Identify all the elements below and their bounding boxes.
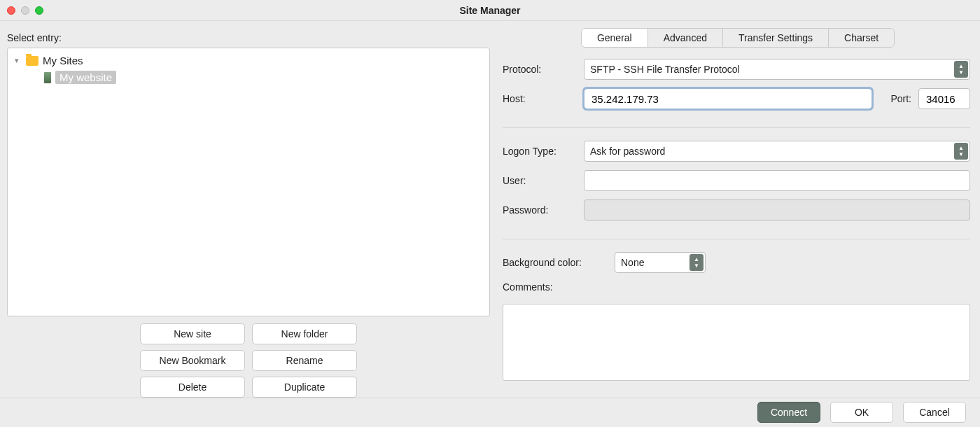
host-label: Host:: [503, 93, 577, 104]
bgcolor-select[interactable]: None ▲▼: [615, 252, 706, 273]
logon-label: Logon Type:: [503, 146, 577, 157]
new-folder-button[interactable]: New folder: [252, 323, 357, 344]
duplicate-button[interactable]: Duplicate: [252, 377, 357, 398]
new-site-button[interactable]: New site: [140, 323, 245, 344]
comments-textarea[interactable]: [503, 304, 970, 381]
tree-root-label: My Sites: [43, 55, 83, 66]
cancel-button[interactable]: Cancel: [903, 402, 966, 423]
updown-icon: ▲▼: [954, 143, 968, 160]
site-actions: New site New folder New Bookmark Rename …: [140, 323, 357, 398]
port-input[interactable]: [918, 88, 970, 109]
password-field: [590, 204, 950, 217]
server-icon: [44, 72, 51, 83]
bgcolor-value: None: [621, 257, 644, 268]
window-title: Site Manager: [0, 5, 980, 16]
chevron-down-icon[interactable]: ▾: [15, 56, 22, 65]
bgcolor-label: Background color:: [503, 257, 608, 268]
site-tree[interactable]: ▾ My Sites My website: [7, 48, 490, 316]
tree-item[interactable]: My website: [10, 69, 486, 86]
tree-root[interactable]: ▾ My Sites: [10, 52, 486, 69]
settings-tabs: General Advanced Transfer Settings Chars…: [581, 28, 895, 48]
connect-button[interactable]: Connect: [757, 402, 820, 423]
tab-charset[interactable]: Charset: [829, 29, 894, 47]
tab-transfer[interactable]: Transfer Settings: [723, 29, 829, 47]
updown-icon: ▲▼: [690, 254, 704, 271]
user-label: User:: [503, 175, 577, 186]
divider: [503, 239, 970, 239]
password-label: Password:: [503, 204, 577, 216]
select-entry-label: Select entry:: [7, 32, 490, 43]
port-label: Port:: [879, 93, 911, 104]
host-input[interactable]: [584, 88, 872, 109]
user-input[interactable]: [584, 170, 970, 191]
divider: [503, 127, 970, 128]
protocol-value: SFTP - SSH File Transfer Protocol: [590, 64, 740, 75]
rename-button[interactable]: Rename: [252, 350, 357, 371]
protocol-label: Protocol:: [503, 64, 577, 75]
new-bookmark-button[interactable]: New Bookmark: [140, 350, 245, 371]
ok-button[interactable]: OK: [830, 402, 893, 423]
comments-label: Comments:: [503, 281, 970, 293]
logon-value: Ask for password: [590, 146, 665, 157]
protocol-select[interactable]: SFTP - SSH File Transfer Protocol ▲▼: [584, 59, 970, 80]
tab-general[interactable]: General: [582, 29, 648, 47]
port-field[interactable]: [925, 92, 964, 106]
dialog-footer: Connect OK Cancel: [0, 398, 980, 426]
tree-item-label: My website: [55, 71, 116, 84]
user-field[interactable]: [590, 174, 950, 188]
folder-icon: [26, 56, 38, 66]
host-field[interactable]: [590, 92, 852, 106]
delete-button[interactable]: Delete: [140, 377, 245, 398]
password-input: [584, 200, 970, 220]
titlebar: Site Manager: [0, 0, 980, 21]
logon-select[interactable]: Ask for password ▲▼: [584, 141, 970, 162]
updown-icon: ▲▼: [954, 61, 968, 78]
tab-advanced[interactable]: Advanced: [648, 29, 723, 47]
